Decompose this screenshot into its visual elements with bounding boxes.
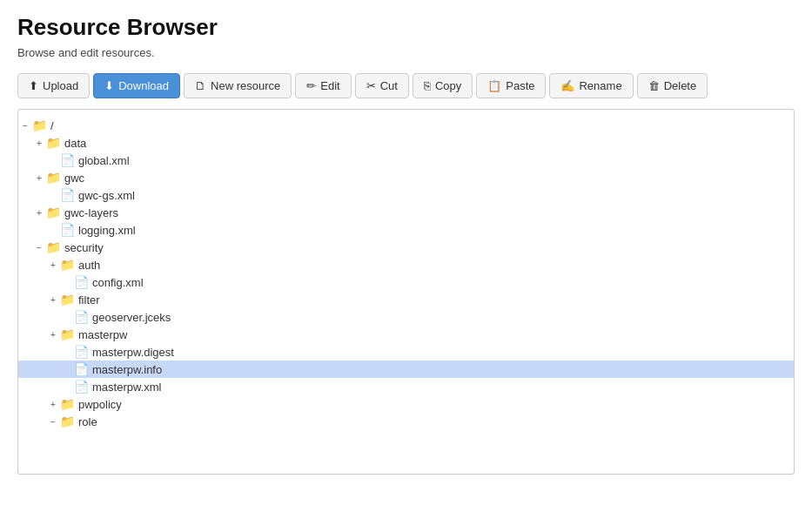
- tree-label-auth: auth: [78, 259, 100, 272]
- copy-icon: ⎘: [424, 79, 431, 92]
- upload-icon: ⬆: [29, 79, 38, 92]
- delete-label: Delete: [664, 79, 697, 92]
- upload-label: Upload: [43, 79, 78, 92]
- page-wrapper: Resource Browser Browse and edit resourc…: [0, 0, 812, 475]
- delete-button[interactable]: 🗑Delete: [637, 73, 708, 98]
- new-resource-button[interactable]: 🗋New resource: [184, 73, 292, 98]
- tree-toggle-masterpw[interactable]: +: [46, 330, 60, 340]
- tree-node-auth[interactable]: +📁auth: [18, 256, 794, 273]
- folder-icon: 📁: [60, 415, 75, 428]
- tree-node-geoserver-jceks[interactable]: 📄geoserver.jceks: [18, 308, 794, 326]
- tree-label-geoserver-jceks: geoserver.jceks: [92, 311, 171, 324]
- tree-label-global-xml: global.xml: [78, 154, 130, 167]
- folder-icon: 📁: [32, 118, 47, 132]
- tree-label-gwc-layers: gwc-layers: [64, 206, 118, 219]
- file-tree[interactable]: −📁/+📁data📄global.xml+📁gwc📄gwc-gs.xml+📁gw…: [17, 109, 795, 475]
- page-header: Resource Browser Browse and edit resourc…: [0, 0, 812, 73]
- folder-icon: 📁: [60, 258, 75, 272]
- tree-toggle-root[interactable]: −: [18, 121, 32, 131]
- file-icon: 📄: [60, 223, 75, 237]
- tree-node-pwpolicy[interactable]: +📁pwpolicy: [18, 395, 794, 413]
- folder-icon: 📁: [46, 171, 61, 185]
- tree-node-global-xml[interactable]: 📄global.xml: [18, 152, 794, 169]
- tree-node-filter[interactable]: +📁filter: [18, 291, 794, 308]
- rename-icon: ✍: [560, 79, 574, 92]
- tree-label-filter: filter: [78, 293, 100, 307]
- file-icon: 📄: [60, 153, 75, 167]
- folder-icon: 📁: [60, 293, 75, 307]
- paste-button[interactable]: 📋Paste: [476, 73, 546, 98]
- delete-icon: 🗑: [648, 79, 660, 92]
- tree-label-root: /: [50, 119, 54, 132]
- page-subtitle: Browse and edit resources.: [17, 46, 795, 59]
- rename-label: Rename: [579, 79, 621, 92]
- folder-icon: 📁: [46, 206, 61, 219]
- download-button[interactable]: ⬇Download: [93, 73, 180, 98]
- new-resource-icon: 🗋: [195, 79, 206, 92]
- tree-label-gwc: gwc: [64, 172, 84, 185]
- file-icon: 📄: [74, 310, 89, 324]
- paste-icon: 📋: [487, 79, 501, 92]
- toolbar: ⬆Upload⬇Download🗋New resource✏Edit✂Cut⎘C…: [0, 73, 812, 109]
- tree-label-masterpw: masterpw: [78, 328, 127, 341]
- tree-toggle-auth[interactable]: +: [46, 260, 60, 270]
- cut-icon: ✂: [366, 79, 376, 92]
- copy-button[interactable]: ⎘Copy: [413, 73, 473, 98]
- tree-toggle-role[interactable]: −: [46, 417, 60, 427]
- new-resource-label: New resource: [211, 79, 280, 92]
- tree-node-masterpw[interactable]: +📁masterpw: [18, 326, 794, 343]
- folder-icon: 📁: [60, 327, 75, 341]
- tree-label-masterpw-info: masterpw.info: [92, 363, 162, 376]
- tree-label-masterpw-xml: masterpw.xml: [92, 381, 161, 394]
- copy-label: Copy: [435, 79, 461, 92]
- file-icon: 📄: [74, 362, 89, 376]
- tree-label-role: role: [78, 415, 97, 428]
- folder-icon: 📁: [46, 136, 61, 150]
- tree-toggle-pwpolicy[interactable]: +: [46, 400, 60, 409]
- cut-label: Cut: [380, 79, 398, 92]
- page-title: Resource Browser: [17, 14, 795, 41]
- tree-node-config-xml[interactable]: 📄config.xml: [18, 273, 794, 291]
- tree-toggle-filter[interactable]: +: [46, 295, 60, 305]
- folder-icon: 📁: [46, 240, 61, 254]
- tree-toggle-data[interactable]: +: [32, 138, 46, 148]
- tree-node-gwc-gs-xml[interactable]: 📄gwc-gs.xml: [18, 186, 794, 204]
- tree-label-masterpw-digest: masterpw.digest: [92, 346, 174, 359]
- paste-label: Paste: [506, 79, 534, 92]
- tree-node-logging-xml[interactable]: 📄logging.xml: [18, 221, 794, 239]
- tree-label-gwc-gs-xml: gwc-gs.xml: [78, 189, 135, 202]
- tree-label-logging-xml: logging.xml: [78, 224, 136, 237]
- tree-node-gwc[interactable]: +📁gwc: [18, 169, 794, 186]
- rename-button[interactable]: ✍Rename: [549, 73, 633, 98]
- tree-node-masterpw-xml[interactable]: 📄masterpw.xml: [18, 378, 794, 395]
- file-icon: 📄: [74, 275, 89, 289]
- tree-label-config-xml: config.xml: [92, 276, 144, 289]
- cut-button[interactable]: ✂Cut: [355, 73, 409, 98]
- tree-node-masterpw-info[interactable]: 📄masterpw.info: [18, 361, 794, 378]
- upload-button[interactable]: ⬆Upload: [17, 73, 90, 98]
- edit-label: Edit: [320, 79, 339, 92]
- edit-button[interactable]: ✏Edit: [295, 73, 351, 98]
- tree-node-security[interactable]: −📁security: [18, 239, 794, 256]
- file-icon: 📄: [74, 380, 89, 394]
- file-icon: 📄: [74, 345, 89, 359]
- download-icon: ⬇: [104, 79, 114, 92]
- tree-label-data: data: [64, 137, 86, 150]
- tree-node-root[interactable]: −📁/: [18, 117, 794, 134]
- download-label: Download: [118, 79, 169, 92]
- tree-label-security: security: [64, 241, 104, 254]
- folder-icon: 📁: [60, 397, 75, 411]
- tree-toggle-gwc-layers[interactable]: +: [32, 208, 46, 218]
- tree-label-pwpolicy: pwpolicy: [78, 398, 122, 411]
- tree-node-role[interactable]: −📁role: [18, 413, 794, 430]
- file-icon: 📄: [60, 188, 75, 202]
- tree-node-gwc-layers[interactable]: +📁gwc-layers: [18, 204, 794, 221]
- tree-node-data[interactable]: +📁data: [18, 134, 794, 152]
- edit-icon: ✏: [306, 79, 316, 92]
- tree-toggle-gwc[interactable]: +: [32, 173, 46, 183]
- tree-node-masterpw-digest[interactable]: 📄masterpw.digest: [18, 343, 794, 361]
- tree-toggle-security[interactable]: −: [32, 243, 46, 253]
